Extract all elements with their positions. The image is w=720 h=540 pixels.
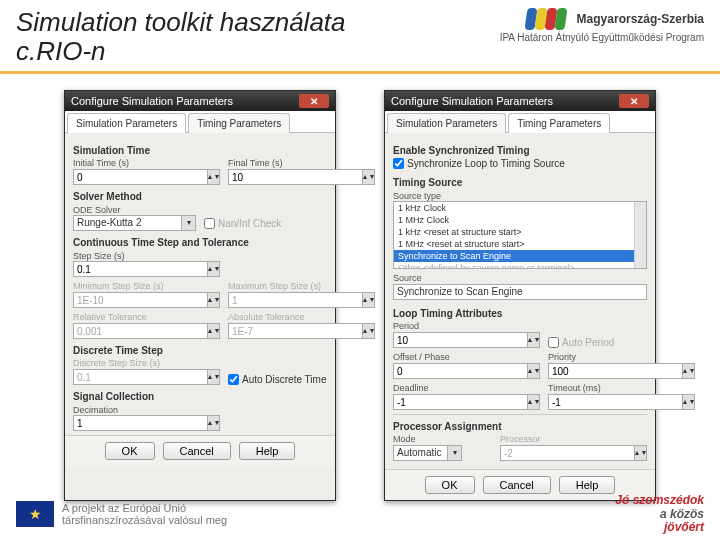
auto-period-label: Auto Period bbox=[562, 337, 614, 348]
auto-discrete-checkbox[interactable]: Auto Discrete Time bbox=[228, 374, 327, 385]
spinner-icon[interactable]: ▲▼ bbox=[208, 261, 220, 277]
label-ode-solver: ODE Solver bbox=[73, 205, 121, 215]
initial-time-input[interactable] bbox=[73, 169, 208, 185]
label-step-size: Step Size (s) bbox=[73, 251, 125, 261]
decimation-input[interactable] bbox=[73, 415, 208, 431]
group-enable-sync: Enable Synchronized Timing bbox=[393, 145, 647, 156]
list-item[interactable]: 1 kHz <reset at structure start> bbox=[394, 226, 646, 238]
label-timeout: Timeout (ms) bbox=[548, 383, 695, 393]
dialog-timing-params: Configure Simulation Parameters ✕ Simula… bbox=[384, 90, 656, 501]
dialog-sim-params: Configure Simulation Parameters ✕ Simula… bbox=[64, 90, 336, 501]
titlebar[interactable]: Configure Simulation Parameters ✕ bbox=[65, 91, 335, 111]
spinner-icon[interactable]: ▲▼ bbox=[683, 394, 695, 410]
list-item[interactable]: 1 MHz Clock bbox=[394, 214, 646, 226]
max-step-input bbox=[228, 292, 363, 308]
offset-input[interactable] bbox=[393, 363, 528, 379]
label-period: Period bbox=[393, 321, 540, 331]
auto-discrete-label: Auto Discrete Time bbox=[242, 374, 326, 385]
source-value: Synchronize to Scan Engine bbox=[393, 284, 647, 300]
ode-solver-value: Runge-Kutta 2 bbox=[73, 215, 182, 231]
slogan-line3: jövőért bbox=[664, 520, 704, 534]
deadline-input[interactable] bbox=[393, 394, 528, 410]
sync-loop-checkbox[interactable]: Synchronize Loop to Timing Source bbox=[393, 158, 647, 169]
spinner-icon[interactable]: ▲▼ bbox=[528, 332, 540, 348]
label-min-step: Minimum Step Size (s) bbox=[73, 281, 220, 291]
close-icon[interactable]: ✕ bbox=[619, 94, 649, 108]
spinner-icon: ▲▼ bbox=[208, 292, 220, 308]
brand-name: Magyarország-Szerbia bbox=[577, 12, 704, 26]
cancel-button[interactable]: Cancel bbox=[483, 476, 551, 494]
abs-tol-input bbox=[228, 323, 363, 339]
list-item[interactable]: Other <defined by source name or termina… bbox=[394, 262, 646, 269]
tab-timing-parameters[interactable]: Timing Parameters bbox=[508, 113, 610, 133]
group-signal-collection: Signal Collection bbox=[73, 391, 327, 402]
group-discrete-step: Discrete Time Step bbox=[73, 345, 327, 356]
spinner-icon: ▲▼ bbox=[635, 445, 647, 461]
spinner-icon[interactable]: ▲▼ bbox=[528, 363, 540, 379]
timeout-input[interactable] bbox=[548, 394, 683, 410]
chevron-down-icon[interactable]: ▾ bbox=[182, 215, 196, 231]
help-button[interactable]: Help bbox=[559, 476, 616, 494]
source-type-list[interactable]: 1 kHz Clock 1 MHz Clock 1 kHz <reset at … bbox=[393, 201, 647, 269]
spinner-icon: ▲▼ bbox=[208, 369, 220, 385]
label-source-type: Source type bbox=[393, 191, 441, 201]
group-solver-method: Solver Method bbox=[73, 191, 327, 202]
period-input[interactable] bbox=[393, 332, 528, 348]
page-title: Simulation toolkit használata c.RIO-n bbox=[16, 8, 346, 65]
discrete-step-input bbox=[73, 369, 208, 385]
group-processor: Processor Assignment bbox=[393, 421, 647, 432]
group-simulation-time: Simulation Time bbox=[73, 145, 327, 156]
label-final-time: Final Time (s) bbox=[228, 158, 375, 168]
processor-input bbox=[500, 445, 635, 461]
group-continuous-step: Continuous Time Step and Tolerance bbox=[73, 237, 327, 248]
ok-button[interactable]: OK bbox=[105, 442, 155, 460]
spinner-icon: ▲▼ bbox=[208, 323, 220, 339]
spinner-icon[interactable]: ▲▼ bbox=[528, 394, 540, 410]
spinner-icon[interactable]: ▲▼ bbox=[363, 169, 375, 185]
rel-tol-input bbox=[73, 323, 208, 339]
tab-simulation-parameters[interactable]: Simulation Parameters bbox=[67, 113, 186, 133]
tab-timing-parameters[interactable]: Timing Parameters bbox=[188, 113, 290, 133]
label-discrete-step: Discrete Step Size (s) bbox=[73, 358, 220, 368]
cancel-button[interactable]: Cancel bbox=[163, 442, 231, 460]
group-timing-source: Timing Source bbox=[393, 177, 647, 188]
scrollbar[interactable] bbox=[634, 202, 646, 268]
title-line2: c.RIO-n bbox=[16, 36, 106, 66]
label-abs-tol: Absolute Tolerance bbox=[228, 312, 375, 322]
window-title: Configure Simulation Parameters bbox=[391, 95, 553, 107]
group-loop-timing: Loop Timing Attributes bbox=[393, 308, 647, 319]
brand-block: Magyarország-Szerbia IPA Határon Átnyúló… bbox=[500, 8, 704, 43]
list-item-selected[interactable]: Synchronize to Scan Engine bbox=[394, 250, 646, 262]
priority-input[interactable] bbox=[548, 363, 683, 379]
close-icon[interactable]: ✕ bbox=[299, 94, 329, 108]
mode-value: Automatic bbox=[393, 445, 448, 461]
min-step-input bbox=[73, 292, 208, 308]
help-button[interactable]: Help bbox=[239, 442, 296, 460]
step-size-input[interactable] bbox=[73, 261, 208, 277]
ode-solver-combo[interactable]: Runge-Kutta 2▾ bbox=[73, 215, 196, 231]
label-mode: Mode bbox=[393, 434, 492, 444]
spinner-icon[interactable]: ▲▼ bbox=[208, 415, 220, 431]
label-decimation: Decimation bbox=[73, 405, 118, 415]
tab-simulation-parameters[interactable]: Simulation Parameters bbox=[387, 113, 506, 133]
list-item[interactable]: 1 kHz Clock bbox=[394, 202, 646, 214]
nan-inf-checkbox[interactable]: Nan/Inf Check bbox=[204, 218, 327, 229]
eu-flag-icon: ★ bbox=[16, 501, 54, 527]
chevron-down-icon[interactable]: ▾ bbox=[448, 445, 462, 461]
mode-combo[interactable]: Automatic▾ bbox=[393, 445, 462, 461]
slogan-line1: Jó szomszédok bbox=[615, 493, 704, 507]
label-source: Source bbox=[393, 273, 647, 283]
spinner-icon[interactable]: ▲▼ bbox=[208, 169, 220, 185]
label-rel-tol: Relative Tolerance bbox=[73, 312, 220, 322]
auto-period-checkbox[interactable]: Auto Period bbox=[548, 337, 647, 348]
title-line1: Simulation toolkit használata bbox=[16, 7, 346, 37]
spinner-icon: ▲▼ bbox=[363, 323, 375, 339]
final-time-input[interactable] bbox=[228, 169, 363, 185]
spinner-icon[interactable]: ▲▼ bbox=[683, 363, 695, 379]
titlebar[interactable]: Configure Simulation Parameters ✕ bbox=[385, 91, 655, 111]
ok-button[interactable]: OK bbox=[425, 476, 475, 494]
list-item[interactable]: 1 MHz <reset at structure start> bbox=[394, 238, 646, 250]
brand-logo bbox=[526, 8, 570, 32]
nan-inf-label: Nan/Inf Check bbox=[218, 218, 281, 229]
label-priority: Priority bbox=[548, 352, 695, 362]
